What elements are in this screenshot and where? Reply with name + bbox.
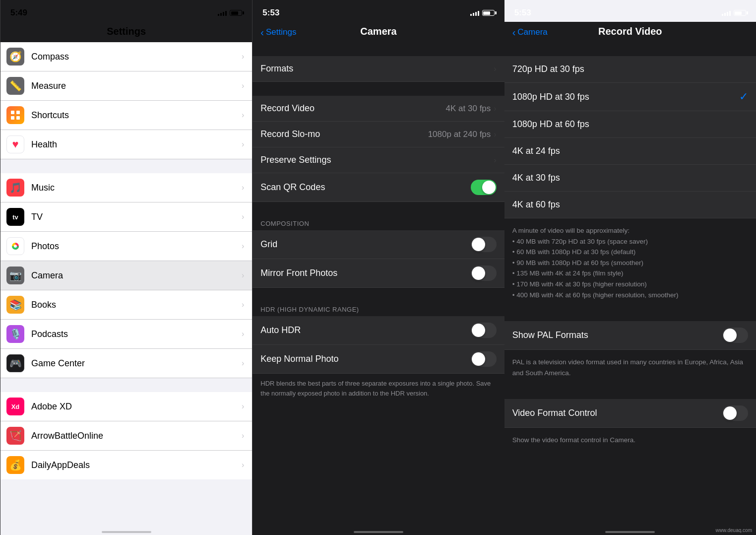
camera-item-preserve[interactable]: Preserve Settings ›	[252, 147, 504, 173]
health-icon: ♥	[6, 135, 24, 153]
camera-item-formats[interactable]: Formats ›	[252, 56, 504, 82]
1080p30-label: 1080p HD at 30 fps	[512, 92, 739, 102]
status-bar-3: 5:53	[504, 0, 756, 22]
record-item-4k24[interactable]: 4K at 24 fps	[504, 138, 756, 165]
separator-2	[0, 378, 252, 392]
pal-toggle-thumb	[723, 329, 737, 342]
record-item-pal[interactable]: Show PAL Formats	[504, 321, 756, 350]
svg-rect-3	[16, 116, 20, 120]
settings-item-podcasts[interactable]: 🎙️ Podcasts ›	[0, 320, 252, 349]
settings-item-music[interactable]: 🎵 Music ›	[0, 173, 252, 202]
camera-sep-1	[252, 42, 504, 56]
back-chevron-icon-3: ‹	[512, 27, 516, 37]
camera-item-record-video[interactable]: Record Video 4K at 30 fps ›	[252, 96, 504, 122]
checkmark-icon: ✓	[739, 90, 748, 103]
home-indicator-1	[0, 525, 252, 535]
autohdr-label: Auto HDR	[260, 325, 470, 335]
keepnormal-toggle-thumb	[472, 352, 485, 366]
mirror-label: Mirror Front Photos	[260, 268, 470, 278]
shortcuts-chevron: ›	[242, 111, 244, 120]
status-icons-2	[470, 10, 495, 16]
podcasts-icon: 🎙️	[6, 325, 24, 343]
settings-list: 🧭 Compass › 📏 Measure › Shortcuts ›	[0, 42, 252, 525]
settings-item-shortcuts[interactable]: Shortcuts ›	[0, 101, 252, 130]
camera-sep-2	[252, 82, 504, 96]
formats-label: Formats	[260, 64, 494, 74]
camera-back-btn[interactable]: ‹ Settings	[260, 27, 296, 37]
settings-title: Settings	[107, 26, 146, 37]
battery-icon-1	[230, 10, 242, 16]
books-label: Books	[31, 300, 242, 310]
record-item-1080p30[interactable]: 1080p HD at 30 fps ✓	[504, 83, 756, 111]
status-time-2: 5:53	[262, 8, 279, 18]
tv-label: TV	[31, 212, 242, 222]
videoformat-toggle[interactable]	[722, 405, 748, 421]
compass-chevron: ›	[242, 52, 244, 61]
record-item-720p30[interactable]: 720p HD at 30 fps	[504, 56, 756, 83]
back-chevron-icon-2: ‹	[260, 27, 264, 37]
battery-tip-2	[495, 11, 497, 14]
record-video-title: Record Video	[598, 26, 662, 37]
photos-chevron: ›	[242, 242, 244, 251]
battery-fill-1	[231, 11, 238, 15]
record-item-1080p60[interactable]: 1080p HD at 60 fps	[504, 111, 756, 138]
settings-item-camera[interactable]: 📷 Camera ›	[0, 261, 252, 290]
slomo-value: 1080p at 240 fps	[428, 130, 491, 139]
record-sep-1	[504, 42, 756, 56]
compass-label: Compass	[31, 52, 242, 62]
home-bar-2	[354, 531, 403, 533]
record-item-videoformat[interactable]: Video Format Control	[504, 399, 756, 428]
camera-item-slomo[interactable]: Record Slo-mo 1080p at 240 fps ›	[252, 122, 504, 147]
svg-rect-2	[11, 116, 14, 120]
health-label: Health	[31, 139, 242, 150]
autohdr-toggle[interactable]	[471, 323, 497, 338]
settings-item-arrowbattle[interactable]: 🏹 ArrowBattleOnline ›	[0, 421, 252, 451]
camera-item-autohdr[interactable]: Auto HDR	[252, 316, 504, 345]
tv-icon: tv	[6, 208, 24, 226]
record-description: A minute of video will be approximately:…	[504, 218, 756, 307]
settings-item-tv[interactable]: tv TV ›	[0, 202, 252, 232]
settings-item-gamecenter[interactable]: 🎮 Game Center ›	[0, 349, 252, 378]
720p30-label: 720p HD at 30 fps	[512, 64, 748, 74]
settings-item-measure[interactable]: 📏 Measure ›	[0, 71, 252, 101]
status-icons-3	[722, 10, 746, 16]
formats-chevron: ›	[494, 65, 496, 73]
settings-item-dailyapp[interactable]: 💰 DailyAppDeals ›	[0, 451, 252, 479]
status-time-3: 5:53	[514, 8, 531, 18]
videoformat-toggle-thumb	[723, 406, 737, 420]
record-item-4k60[interactable]: 4K at 60 fps	[504, 192, 756, 218]
hdr-description: HDR blends the best parts of three separ…	[252, 374, 504, 405]
keepnormal-toggle[interactable]	[471, 351, 497, 367]
camera-item-grid[interactable]: Grid	[252, 230, 504, 259]
battery-tip-3	[747, 11, 748, 14]
camera-label: Camera	[31, 270, 242, 281]
mirror-toggle[interactable]	[471, 266, 497, 281]
record-video-back-btn[interactable]: ‹ Camera	[512, 27, 548, 37]
qr-toggle[interactable]	[471, 180, 497, 195]
measure-icon: 📏	[6, 77, 24, 95]
record-item-4k30[interactable]: 4K at 30 fps	[504, 165, 756, 192]
books-chevron: ›	[242, 300, 244, 309]
settings-item-books[interactable]: 📚 Books ›	[0, 290, 252, 320]
camera-icon-settings: 📷	[6, 267, 24, 284]
settings-item-adobexd[interactable]: Xd Adobe XD ›	[0, 392, 252, 421]
grid-toggle-thumb	[472, 238, 485, 251]
record-video-chevron: ›	[494, 104, 496, 113]
record-video-panel: 5:53 ‹ Camera Record Video 720p HD at 30…	[504, 0, 756, 535]
camera-nav: ‹ Settings Camera	[252, 22, 504, 42]
record-video-value: 4K at 30 fps	[446, 104, 491, 114]
battery-tip-1	[243, 11, 244, 14]
settings-item-compass[interactable]: 🧭 Compass ›	[0, 42, 252, 71]
grid-label: Grid	[260, 239, 470, 250]
settings-item-photos[interactable]: Photos ›	[0, 232, 252, 261]
camera-item-keepnormal[interactable]: Keep Normal Photo	[252, 345, 504, 374]
watermark: www.deuaq.com	[716, 528, 752, 533]
record-sep-2	[504, 307, 756, 321]
camera-item-qr[interactable]: Scan QR Codes	[252, 173, 504, 202]
arrowbattle-label: ArrowBattleOnline	[31, 431, 242, 441]
camera-item-mirror[interactable]: Mirror Front Photos	[252, 259, 504, 288]
pal-toggle[interactable]	[722, 328, 748, 343]
grid-toggle[interactable]	[471, 237, 497, 252]
settings-item-health[interactable]: ♥ Health ›	[0, 130, 252, 159]
svg-point-4	[14, 245, 17, 248]
